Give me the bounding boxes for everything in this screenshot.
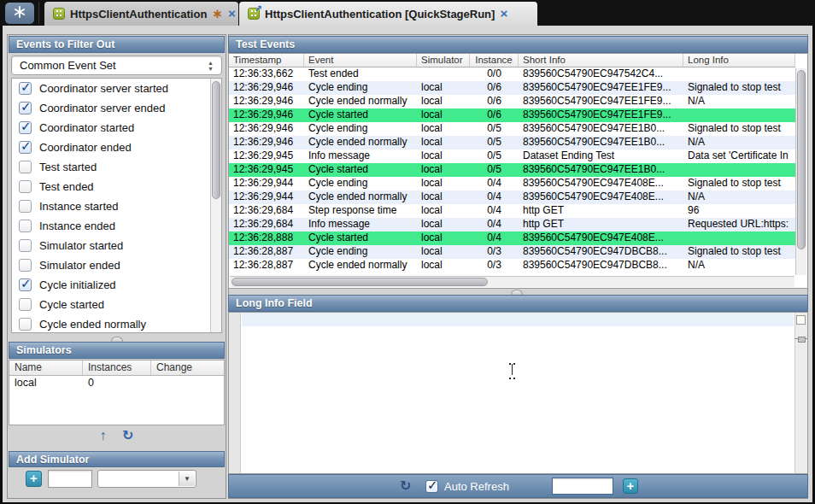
refresh-interval-input[interactable]: [552, 478, 613, 495]
tab-quick-stage-run[interactable]: ↗ HttpsClientAuthentication [QuickStageR…: [239, 2, 537, 26]
close-tab-icon[interactable]: ×: [500, 8, 507, 20]
column-header-instance[interactable]: Instance: [470, 54, 519, 67]
cell-timestamp: 12:36:29,945: [229, 163, 304, 177]
test-event-row[interactable]: 12:36:29,946Cycle endinglocal0/5839560C5…: [229, 122, 795, 136]
filter-checkbox-simulator-ended[interactable]: [19, 259, 32, 272]
cell-short-info: 839560C54790EC947E408E...: [519, 177, 683, 190]
refresh-icon[interactable]: ↻: [400, 478, 411, 494]
cell-instance: 0/4: [470, 190, 519, 204]
close-tab-icon[interactable]: ×: [228, 8, 236, 20]
test-event-row[interactable]: 12:36:29,944Cycle endinglocal0/4839560C5…: [229, 177, 795, 190]
filter-list-scroll-thumb[interactable]: [212, 81, 220, 199]
events-horizontal-scroll-thumb[interactable]: [232, 278, 488, 286]
long-info-scroll-button[interactable]: [796, 315, 806, 325]
test-event-row[interactable]: 12:36:29,946Cycle ended normallylocal0/6…: [229, 95, 795, 108]
test-event-row[interactable]: 12:36:29,946Cycle endinglocal0/6839560C5…: [229, 81, 795, 95]
test-event-row[interactable]: 12:36:28,887Cycle endinglocal0/3839560C5…: [229, 245, 795, 259]
filter-item-label: Simulator started: [39, 239, 123, 252]
tab-label: HttpsClientAuthentication [QuickStageRun…: [265, 8, 495, 21]
filter-checkbox-coordinator-server-started[interactable]: [19, 82, 32, 95]
refresh-simulators-icon[interactable]: ↻: [122, 427, 133, 443]
filter-checkbox-coordinator-server-ended[interactable]: [19, 102, 32, 114]
filter-checkbox-cycle-ended-normally[interactable]: [19, 318, 32, 331]
cell-instance: 0/3: [470, 259, 519, 273]
cell-short-info: 839560C54790EC947EE1B0...: [519, 136, 683, 149]
filter-checkbox-test-started[interactable]: [19, 161, 32, 173]
tab-label: HttpsClientAuthentication: [70, 8, 207, 21]
cell-instance: 0/6: [470, 95, 519, 108]
test-event-row[interactable]: 12:36:29,946Cycle startedlocal0/6839560C…: [229, 108, 795, 122]
cell-timestamp: 12:36:28,888: [229, 231, 304, 245]
column-header-long-info[interactable]: Long Info: [683, 54, 795, 67]
cell-short-info: 839560C54790EC947EE1FE9...: [519, 81, 683, 95]
text-cursor-icon: [508, 362, 516, 377]
column-header-short-info[interactable]: Short Info: [519, 54, 683, 67]
column-header-event[interactable]: Event: [304, 54, 417, 67]
filter-checkbox-coordinator-ended[interactable]: [19, 141, 32, 154]
test-event-row[interactable]: 12:36:29,944Cycle ended normallylocal0/4…: [229, 190, 795, 204]
column-header-instances[interactable]: Instances: [83, 360, 151, 375]
test-event-row[interactable]: 12:36:29,946Cycle ended normallylocal0/5…: [229, 136, 795, 149]
cell-timestamp: 12:36:29,946: [229, 81, 304, 95]
filter-items-container: Coordinator server startedCoordinator se…: [12, 79, 221, 333]
test-event-row[interactable]: 12:36:29,945Cycle startedlocal0/5839560C…: [229, 163, 795, 177]
long-info-scroll-grip[interactable]: [794, 336, 807, 342]
cell-short-info: 839560C54790EC947EE1FE9...: [519, 95, 683, 108]
column-header-change[interactable]: Change: [151, 360, 224, 375]
simulators-panel-title: Simulators: [16, 344, 72, 356]
simulator-row[interactable]: local0: [9, 376, 224, 390]
long-info-highlight-line: [242, 313, 794, 326]
events-vertical-scroll-thumb[interactable]: [797, 70, 806, 249]
long-info-scroll-column[interactable]: [794, 313, 807, 473]
filter-checkbox-cycle-started[interactable]: [19, 298, 32, 311]
long-info-field[interactable]: [228, 312, 808, 474]
filter-checkbox-simulator-started[interactable]: [19, 239, 32, 252]
cell-simulator: local: [417, 136, 470, 149]
cell-event: Cycle started: [304, 231, 417, 245]
events-horizontal-scrollbar[interactable]: [230, 276, 794, 287]
test-event-row[interactable]: 12:36:29,684Step response timelocal0/4ht…: [229, 204, 795, 218]
tab-test-case[interactable]: HttpsClientAuthentication ∗ ×: [44, 2, 238, 26]
column-header-simulator[interactable]: Simulator: [417, 54, 470, 67]
cell-long-info: N/A: [683, 136, 795, 149]
cell-timestamp: 12:36:29,946: [229, 95, 304, 108]
app-logo-button[interactable]: [5, 3, 34, 24]
event-set-dropdown[interactable]: Common Event Set ▲▼: [11, 56, 222, 75]
filter-checkbox-instance-started[interactable]: [19, 200, 32, 213]
filter-list-scrollbar[interactable]: [210, 79, 221, 332]
test-event-row[interactable]: 12:36:28,888Cycle startedlocal0/4839560C…: [229, 231, 795, 245]
cell-instance: 0/5: [470, 163, 519, 177]
column-header-name[interactable]: Name: [9, 360, 83, 375]
filter-panel-header: Events to Filter Out: [9, 36, 225, 53]
cell-event: Cycle ending: [304, 122, 417, 136]
filter-checkbox-coordinator-started[interactable]: [19, 121, 32, 134]
test-event-row[interactable]: 12:36:28,887Cycle ended normallylocal0/3…: [229, 259, 795, 273]
column-header-timestamp[interactable]: Timestamp: [229, 54, 304, 67]
cell-long-info: N/A: [683, 95, 795, 108]
test-event-row[interactable]: 12:36:33,662Test ended0/0839560C54790EC9…: [229, 67, 795, 81]
test-event-row[interactable]: 12:36:29,684Info messagelocal0/4http GET…: [229, 218, 795, 231]
tab-bar: HttpsClientAuthentication ∗ × ↗ HttpsCli…: [0, 0, 815, 26]
filter-checkbox-instance-ended[interactable]: [19, 220, 32, 232]
filter-checkbox-cycle-initialized[interactable]: [19, 278, 32, 291]
cell-long-info: Data set 'Certificate In: [683, 149, 795, 163]
events-vertical-scrollbar[interactable]: [795, 68, 806, 275]
cell-timestamp: 12:36:29,945: [229, 149, 304, 163]
simulator-name-input[interactable]: [48, 470, 92, 488]
filter-item-test-started: Test started: [12, 157, 221, 177]
test-event-row[interactable]: 12:36:29,945Info messagelocal0/5Dataset …: [229, 149, 795, 163]
add-filter-button[interactable]: +: [623, 478, 638, 494]
add-simulator-button[interactable]: +: [26, 471, 42, 487]
simulator-cell: local: [9, 376, 83, 390]
filter-checkbox-test-ended[interactable]: [19, 180, 32, 193]
cell-simulator: local: [417, 149, 470, 163]
cell-instance: 0/3: [470, 245, 519, 259]
move-up-icon[interactable]: ↑: [100, 428, 107, 443]
simulator-host-dropdown[interactable]: ▼: [97, 470, 196, 488]
cell-timestamp: 12:36:28,887: [229, 259, 304, 273]
cell-timestamp: 12:36:29,946: [229, 122, 304, 136]
cell-timestamp: 12:36:29,944: [229, 177, 304, 190]
cell-event: Cycle ending: [304, 245, 417, 259]
auto-refresh-checkbox[interactable]: [425, 480, 438, 493]
cell-event: Cycle started: [304, 163, 417, 177]
